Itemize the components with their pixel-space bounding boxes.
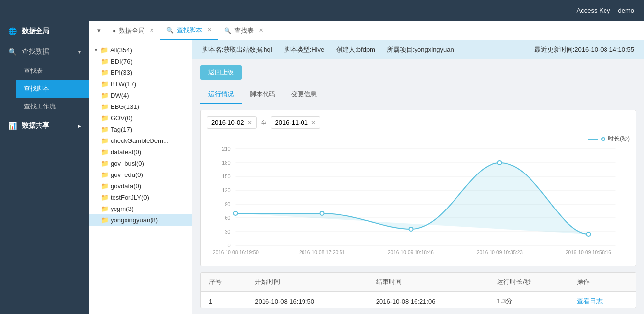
tab-data-all-icon: ● <box>113 27 116 34</box>
sidebar-item-data-share[interactable]: 📊 数据共享 ▸ <box>0 115 89 136</box>
folder-icon: 📁 <box>101 148 109 156</box>
tab-search-script-close[interactable]: ✕ <box>207 27 212 33</box>
back-button[interactable]: 返回上级 <box>200 65 242 80</box>
script-type: 脚本类型:Hive <box>284 45 325 54</box>
tab-search-script[interactable]: 🔍 查找脚本 ✕ <box>160 21 218 40</box>
update-time: 最近更新时间:2016-10-08 14:10:55 <box>534 45 634 54</box>
tab-toggle-button[interactable]: ▾ <box>93 25 105 36</box>
tree-item-yongxingyuan[interactable]: 📁 yongxingyuan(8) <box>89 214 192 226</box>
tree-item-bdi-label: BDI(76) <box>111 58 133 65</box>
info-bar: 脚本名:获取出站数据.hql 脚本类型:Hive 创建人:bfdpm 所属项目:… <box>192 40 644 59</box>
tree-arrow-icon: ▾ <box>95 47 97 53</box>
tab-data-all-close[interactable]: ✕ <box>150 27 154 34</box>
svg-text:120: 120 <box>222 187 230 193</box>
content-area: ▾ ● 数据全局 ✕ 🔍 查找脚本 ✕ 🔍 查找表 ✕ ▾ <box>89 21 644 314</box>
svg-text:2016-10-08 17:20:51: 2016-10-08 17:20:51 <box>299 250 345 255</box>
date-to-clear[interactable]: ✕ <box>311 119 316 126</box>
col-header-index: 序号 <box>201 273 247 292</box>
sidebar-item-search-data[interactable]: 🔍 查找数据 ▾ <box>0 41 89 62</box>
topbar: Access Key demo <box>0 0 644 21</box>
svg-text:180: 180 <box>222 160 230 166</box>
sidebar-item-search-table[interactable]: 查找表 <box>16 62 89 80</box>
script-name: 脚本名:获取出站数据.hql <box>202 45 272 54</box>
col-header-start: 开始时间 <box>247 273 368 292</box>
tree-item-govedu[interactable]: 📁 gov_edu(0) <box>89 169 192 180</box>
svg-text:90: 90 <box>225 201 230 207</box>
sub-tab-changes[interactable]: 变更信息 <box>283 86 325 104</box>
date-to-value: 2016-11-01 <box>275 119 308 126</box>
svg-text:2016-10-08 16:19:50: 2016-10-08 16:19:50 <box>213 250 259 255</box>
svg-text:60: 60 <box>225 215 230 221</box>
folder-icon: 📁 <box>101 137 109 144</box>
tree-root[interactable]: ▾ 📁 All(354) <box>89 44 192 56</box>
chart-container: 210 180 150 120 90 60 30 0 <box>207 145 630 260</box>
date-filter: 2016-10-02 ✕ 至 2016-11-01 ✕ <box>207 116 630 129</box>
sub-tab-runtime[interactable]: 运行情况 <box>200 86 242 104</box>
folder-icon: 📁 <box>101 58 109 65</box>
tree-item-govdata[interactable]: 📁 govdata(0) <box>89 180 192 192</box>
tree-item-ebg[interactable]: 📁 EBG(131) <box>89 101 192 112</box>
sidebar-item-search-script[interactable]: 查找脚本 <box>16 80 89 98</box>
tab-bar: ▾ ● 数据全局 ✕ 🔍 查找脚本 ✕ 🔍 查找表 ✕ <box>89 21 644 40</box>
tab-search-table[interactable]: 🔍 查找表 ✕ <box>218 21 269 40</box>
col-header-end: 结束时间 <box>368 273 489 292</box>
tree-item-gov[interactable]: 📁 GOV(0) <box>89 112 192 124</box>
cell-end: 2016-10-08 16:21:06 <box>368 292 489 309</box>
detail-content: 返回上级 运行情况 脚本代码 变更信息 <box>192 59 644 314</box>
tree-item-govdata-label: govdata(0) <box>111 182 141 190</box>
svg-text:2016-10-09 10:58:16: 2016-10-09 10:58:16 <box>566 250 611 255</box>
svg-text:150: 150 <box>222 174 230 179</box>
tree-item-ycgm-label: ycgm(3) <box>111 205 134 212</box>
chart-section: 2016-10-02 ✕ 至 2016-11-01 ✕ <box>200 110 636 266</box>
tab-search-table-close[interactable]: ✕ <box>259 27 263 34</box>
chart-icon: 📊 <box>8 121 17 130</box>
tree-item-btw-label: BTW(17) <box>111 80 136 88</box>
tab-data-all[interactable]: ● 数据全局 ✕ <box>107 21 160 40</box>
tree-item-btw[interactable]: 📁 BTW(17) <box>89 78 192 90</box>
col-header-duration: 运行时长/秒 <box>489 273 569 292</box>
tree-item-govbusi[interactable]: 📁 gov_busi(0) <box>89 158 192 169</box>
chart-legend: 时长(秒) <box>207 135 630 143</box>
tree-item-tag-label: Tag(17) <box>111 126 132 133</box>
legend-line-icon <box>588 139 598 140</box>
tree-item-bdi[interactable]: 📁 BDI(76) <box>89 56 192 67</box>
legend-label: 时长(秒) <box>608 135 630 143</box>
folder-icon: 📁 <box>101 171 109 178</box>
sidebar-sub-search: 查找表 查找脚本 查找工作流 <box>0 62 89 115</box>
table-row: 1 2016-10-08 16:19:50 2016-10-08 16:21:0… <box>201 292 636 309</box>
folder-icon: 📁 <box>101 126 109 133</box>
svg-point-17 <box>320 211 324 215</box>
cell-action[interactable]: 查看日志 <box>569 292 636 309</box>
sidebar-label-search-data: 查找数据 <box>22 47 49 56</box>
folder-icon: 📁 <box>101 194 109 201</box>
tree-collapse-button[interactable]: ‹ <box>192 168 192 187</box>
access-key-link[interactable]: Access Key <box>577 7 610 14</box>
col-header-action: 操作 <box>569 273 636 292</box>
user-label: demo <box>618 7 634 14</box>
tab-search-script-icon: 🔍 <box>166 27 174 34</box>
tree-item-dw[interactable]: 📁 DW(4) <box>89 90 192 101</box>
sidebar-label-data-share: 数据共享 <box>22 121 49 130</box>
svg-point-19 <box>498 161 502 165</box>
svg-point-18 <box>409 227 413 231</box>
folder-icon: 📁 <box>101 103 109 110</box>
sub-tab-code[interactable]: 脚本代码 <box>242 86 283 104</box>
date-to-input[interactable]: 2016-11-01 ✕ <box>271 116 321 129</box>
date-from-clear[interactable]: ✕ <box>247 119 252 126</box>
tree-item-checkgamble[interactable]: 📁 checkGambleDem... <box>89 135 192 146</box>
data-table: 序号 开始时间 结束时间 运行时长/秒 操作 1 201 <box>201 273 636 308</box>
date-from-input[interactable]: 2016-10-02 ✕ <box>207 116 257 129</box>
right-panel: 脚本名:获取出站数据.hql 脚本类型:Hive 创建人:bfdpm 所属项目:… <box>192 40 644 314</box>
folder-icon: 📁 <box>101 69 109 76</box>
folder-icon: 📁 <box>101 160 109 167</box>
view-log-link[interactable]: 查看日志 <box>577 297 603 305</box>
svg-text:0: 0 <box>227 243 230 248</box>
sidebar-item-search-workflow[interactable]: 查找工作流 <box>16 98 89 115</box>
sidebar-item-data-overview[interactable]: 🌐 数据全局 <box>0 21 89 41</box>
folder-icon: 📁 <box>101 92 109 99</box>
tree-item-datatest[interactable]: 📁 datatest(0) <box>89 146 192 158</box>
tree-item-ycgm[interactable]: 📁 ycgm(3) <box>89 203 192 214</box>
tree-item-tag[interactable]: 📁 Tag(17) <box>89 124 192 135</box>
tree-item-testforjly[interactable]: 📁 testForJLY(0) <box>89 192 192 203</box>
tree-item-bpi[interactable]: 📁 BPI(33) <box>89 67 192 78</box>
